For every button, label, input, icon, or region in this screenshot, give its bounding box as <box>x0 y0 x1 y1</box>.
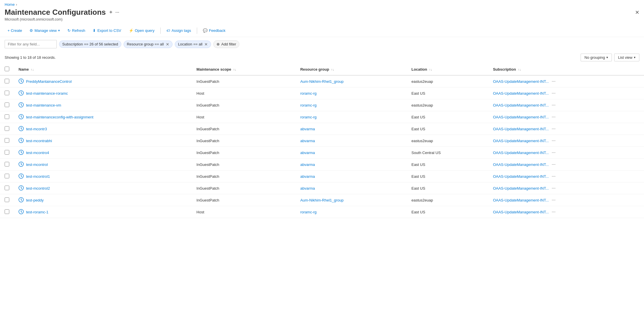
subscription-link[interactable]: OAAS-UpdateManagement-INT... <box>493 79 549 84</box>
pin-icon[interactable]: ✦ <box>109 10 113 15</box>
resource-group-filter-tag[interactable]: Resource group == all ✕ <box>124 41 173 48</box>
row-checkbox[interactable] <box>5 138 9 143</box>
subscription-link[interactable]: OAAS-UpdateManagement-INT... <box>493 174 549 179</box>
row-more-button[interactable]: ··· <box>550 102 557 108</box>
row-more-button[interactable]: ··· <box>550 78 557 85</box>
row-more-button[interactable]: ··· <box>550 161 557 168</box>
resource-name-link[interactable]: test-mcontr3 <box>26 127 47 131</box>
resource-name-link[interactable]: test-mcontrabhi <box>26 139 52 143</box>
col-header-subscription[interactable]: Subscription ↑↓ <box>488 64 644 75</box>
row-more-button[interactable]: ··· <box>550 126 557 132</box>
open-query-button[interactable]: ⚡ Open query <box>126 27 157 34</box>
row-checkbox[interactable] <box>5 91 9 95</box>
resource-name-link[interactable]: test-roramc-1 <box>26 210 48 214</box>
subscription-link[interactable]: OAAS-UpdateManagement-INT... <box>493 151 549 155</box>
row-more-button[interactable]: ··· <box>550 197 557 203</box>
assign-tags-button[interactable]: 🏷 Assign tags <box>164 27 194 34</box>
resource-name-link[interactable]: test-peddy <box>26 198 44 202</box>
subscription-filter-tag[interactable]: Subscription == 26 of 56 selected <box>59 41 121 48</box>
download-icon: ⬇ <box>93 28 96 33</box>
close-button[interactable]: ✕ <box>635 9 639 16</box>
resource-name-link[interactable]: test-mcontrol2 <box>26 186 50 191</box>
row-more-button[interactable]: ··· <box>550 114 557 120</box>
toolbar-separator-2 <box>197 28 197 34</box>
export-csv-button[interactable]: ⬇ Export to CSV <box>90 27 124 34</box>
page-subtitle: Microsoft (microsoft.onmicrosoft.com) <box>0 17 644 24</box>
subscription-link[interactable]: OAAS-UpdateManagement-INT... <box>493 127 549 131</box>
row-checkbox[interactable] <box>5 102 9 107</box>
resource-name-link[interactable]: PreddyMantainanceControl <box>26 79 72 84</box>
resource-group-link[interactable]: abvarma <box>300 186 315 191</box>
resource-name-link[interactable]: test-mcontrol1 <box>26 174 50 179</box>
breadcrumb-home[interactable]: Home <box>5 2 15 7</box>
row-checkbox[interactable] <box>5 150 9 155</box>
row-more-button[interactable]: ··· <box>550 209 557 215</box>
resource-name-link[interactable]: test-maintenance-roramc <box>26 91 68 96</box>
resource-group-link[interactable]: abvarma <box>300 139 315 143</box>
resource-group-link[interactable]: abvarma <box>300 151 315 155</box>
scope-sort-icon: ↑↓ <box>233 68 236 71</box>
row-checkbox[interactable] <box>5 186 9 190</box>
resource-name-link[interactable]: test-maintenance-vm <box>26 103 61 107</box>
resource-group-link[interactable]: roramc-rg <box>300 115 316 119</box>
subscription-link[interactable]: OAAS-UpdateManagement-INT... <box>493 115 549 119</box>
manage-view-button[interactable]: ⚙ Manage view ▾ <box>27 27 63 34</box>
sub-sort-icon: ↑↓ <box>518 68 521 71</box>
row-checkbox[interactable] <box>5 197 9 202</box>
subscription-link[interactable]: OAAS-UpdateManagement-INT... <box>493 103 549 107</box>
row-more-button[interactable]: ··· <box>550 185 557 191</box>
row-checkbox[interactable] <box>5 79 9 83</box>
feedback-button[interactable]: 💬 Feedback <box>200 27 228 34</box>
resource-icon <box>19 209 24 215</box>
more-options-icon[interactable]: ··· <box>115 10 119 15</box>
subscription-link[interactable]: OAAS-UpdateManagement-INT... <box>493 198 549 202</box>
resource-group-link[interactable]: abvarma <box>300 127 315 131</box>
select-all-checkbox[interactable] <box>5 67 9 71</box>
col-header-name[interactable]: Name ↑↓ <box>14 64 192 75</box>
grouping-dropdown[interactable]: No grouping ▾ <box>581 54 612 61</box>
resource-group-link[interactable]: Aum-Nikhim-Rhel1_group <box>300 198 344 202</box>
subscription-filter-label: Subscription == 26 of 56 selected <box>62 42 118 46</box>
resource-group-link[interactable]: abvarma <box>300 162 315 167</box>
col-header-location[interactable]: Location ↑↓ <box>407 64 488 75</box>
table-row: PreddyMantainanceControlInGuestPatchAum-… <box>0 75 644 87</box>
row-more-button[interactable]: ··· <box>550 149 557 156</box>
resource-group-link[interactable]: roramc-rg <box>300 91 316 96</box>
scope-cell: InGuestPatch <box>192 194 296 206</box>
resource-name-link[interactable]: test-maintenanceconfig-with-assignment <box>26 115 93 119</box>
row-checkbox[interactable] <box>5 162 9 166</box>
location-cell: East US <box>407 159 488 171</box>
row-checkbox[interactable] <box>5 209 9 214</box>
subscription-link[interactable]: OAAS-UpdateManagement-INT... <box>493 91 549 96</box>
resource-group-link[interactable]: abvarma <box>300 174 315 179</box>
name-sort-icon: ↑↓ <box>31 68 34 71</box>
subscription-link[interactable]: OAAS-UpdateManagement-INT... <box>493 186 549 191</box>
refresh-button[interactable]: ↻ Refresh <box>65 27 88 34</box>
row-more-button[interactable]: ··· <box>550 173 557 180</box>
resource-group-filter-remove[interactable]: ✕ <box>166 42 169 47</box>
table-row: test-mcontr3InGuestPatchabvarmaEast USOA… <box>0 123 644 135</box>
row-checkbox[interactable] <box>5 114 9 119</box>
resource-name-link[interactable]: test-mcontrol <box>26 162 48 167</box>
resource-group-link[interactable]: roramc-rg <box>300 103 316 107</box>
resource-group-link[interactable]: Aum-Nikhim-Rhel1_group <box>300 79 344 84</box>
row-more-button[interactable]: ··· <box>550 138 557 144</box>
add-filter-button[interactable]: ⊕ Add filter <box>213 40 239 48</box>
resource-name-link[interactable]: test-mcontro4 <box>26 151 49 155</box>
subscription-link[interactable]: OAAS-UpdateManagement-INT... <box>493 139 549 143</box>
row-checkbox[interactable] <box>5 174 9 178</box>
col-header-resource-group[interactable]: Resource group ↑↓ <box>296 64 407 75</box>
filter-icon: ⊕ <box>216 42 220 46</box>
resource-group-link[interactable]: roramc-rg <box>300 210 316 214</box>
col-header-scope[interactable]: Maintenance scope ↑↓ <box>192 64 296 75</box>
subscription-link[interactable]: OAAS-UpdateManagement-INT... <box>493 162 549 167</box>
filter-input[interactable] <box>5 40 57 48</box>
view-dropdown[interactable]: List view ▾ <box>614 54 639 61</box>
location-filter-tag[interactable]: Location == all ✕ <box>175 41 211 48</box>
row-checkbox[interactable] <box>5 126 9 131</box>
subscription-link[interactable]: OAAS-UpdateManagement-INT... <box>493 210 549 214</box>
row-more-button[interactable]: ··· <box>550 90 557 96</box>
breadcrumb-separator: › <box>16 2 17 7</box>
location-filter-remove[interactable]: ✕ <box>204 42 208 47</box>
create-button[interactable]: + Create <box>5 27 25 34</box>
